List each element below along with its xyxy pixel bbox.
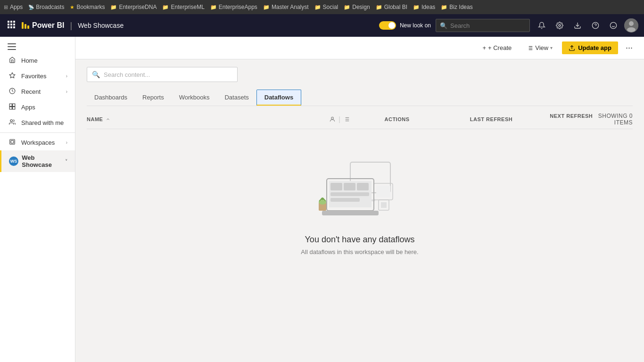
create-icon: + <box>482 44 486 51</box>
content-tabs: Dashboards Reports Workbooks Datasets Da… <box>87 90 633 106</box>
create-label: + Create <box>488 44 512 51</box>
table-header-row: NAME | <box>87 108 633 129</box>
sort-icon <box>106 117 110 122</box>
sidebar-favorites-label: Favorites <box>21 73 46 80</box>
emoji-icon[interactable] <box>606 18 620 33</box>
web-showcase-chevron: ˅ <box>65 159 67 164</box>
empty-subtitle: All dataflows in this workspace will be … <box>301 248 418 255</box>
more-options-button[interactable]: ··· <box>622 41 636 55</box>
update-app-icon <box>569 45 575 51</box>
svg-marker-22 <box>9 73 15 78</box>
bookmark-enterprise-apps[interactable]: 📁 EnterpriseApps <box>210 4 257 10</box>
apps-icon: ⊞ <box>4 4 8 10</box>
svg-rect-25 <box>13 104 15 106</box>
svg-rect-2 <box>13 21 15 23</box>
bookmark-bookmarks[interactable]: ★ Bookmarks <box>70 4 105 10</box>
view-icon <box>527 45 533 51</box>
tab-reports-label: Reports <box>142 94 164 101</box>
app-name: Power BI <box>32 21 64 30</box>
notification-icon[interactable] <box>535 18 549 33</box>
col-next-refresh-label: NEXT REFRESH <box>550 113 593 119</box>
more-icon: ··· <box>626 43 633 52</box>
folder-icon-2: 📁 <box>162 4 169 10</box>
bookmark-enterprise-dna-label: EnterpriseDNA <box>119 4 157 10</box>
settings-icon[interactable] <box>553 18 567 33</box>
content-search-bar[interactable]: 🔍 <box>87 67 238 82</box>
tab-dataflows[interactable]: Dataflows <box>256 90 301 106</box>
tab-workbooks[interactable]: Workbooks <box>172 90 217 106</box>
search-box[interactable]: 🔍 <box>436 19 530 32</box>
bookmark-social-label: Social <box>323 4 339 10</box>
sidebar-shared-label: Shared with me <box>21 119 64 126</box>
recent-icon <box>9 88 17 96</box>
folder-icon-7: 📁 <box>376 4 382 10</box>
col-actions-header: ACTIONS <box>350 116 444 122</box>
bookmark-biz-ideas-label: Biz Ideas <box>449 4 472 10</box>
sidebar-item-home[interactable]: Home <box>0 53 75 68</box>
bookmark-global-bi[interactable]: 📁 Global BI <box>376 4 407 10</box>
bookmark-ideas-label: Ideas <box>421 4 435 10</box>
create-button[interactable]: + + Create <box>477 41 517 54</box>
layout: Home Favorites › Recent › <box>0 37 644 362</box>
bookmark-broadcasts[interactable]: 📡 Broadcasts <box>28 4 64 10</box>
empty-title: You don't have any dataflows <box>305 235 415 245</box>
bookmark-enterprise-dna[interactable]: 📁 EnterpriseDNA <box>110 4 157 10</box>
sidebar-item-apps[interactable]: Apps <box>0 99 75 115</box>
sidebar-workspaces-label: Workspaces <box>21 139 55 146</box>
avatar[interactable] <box>624 18 638 33</box>
showing-count: Showing 0 items <box>598 113 633 126</box>
bookmark-enterprise-apps-label: EnterpriseApps <box>219 4 257 10</box>
main-content: + + Create View ▾ Update app ··· <box>75 37 644 362</box>
grid-menu-icon[interactable] <box>6 19 17 32</box>
bookmark-bar: ⊞ Apps 📡 Broadcasts ★ Bookmarks 📁 Enterp… <box>0 0 644 14</box>
bookmark-design-label: Design <box>352 4 370 10</box>
star-icon: ★ <box>70 4 74 10</box>
bookmark-apps[interactable]: ⊞ Apps <box>4 4 23 10</box>
content-search-input[interactable] <box>104 71 232 78</box>
tab-datasets[interactable]: Datasets <box>217 90 256 106</box>
svg-rect-29 <box>10 140 15 145</box>
svg-rect-20 <box>8 46 16 47</box>
svg-rect-7 <box>10 26 12 28</box>
toggle-switch[interactable] <box>379 21 396 30</box>
new-look-toggle[interactable]: New look on <box>379 21 431 30</box>
sidebar-recent-label: Recent <box>21 88 41 95</box>
tab-reports[interactable]: Reports <box>135 90 172 106</box>
bookmark-ideas[interactable]: 📁 Ideas <box>413 4 435 10</box>
svg-rect-56 <box>357 183 369 190</box>
help-icon[interactable] <box>588 18 603 33</box>
sidebar-item-shared[interactable]: Shared with me <box>0 115 75 131</box>
favorites-icon <box>9 72 17 80</box>
sidebar-item-web-showcase[interactable]: WS Web Showcase ˅ <box>0 150 75 172</box>
search-input[interactable] <box>450 22 526 29</box>
view-button[interactable]: View ▾ <box>521 41 558 54</box>
download-icon[interactable] <box>570 18 585 33</box>
bookmark-master-analyst[interactable]: 📁 Master Analyst <box>263 4 309 10</box>
bookmark-design[interactable]: 📁 Design <box>344 4 370 10</box>
collapse-sidebar-btn[interactable] <box>0 41 75 53</box>
bookmark-social[interactable]: 📁 Social <box>314 4 339 10</box>
sidebar-item-recent[interactable]: Recent › <box>0 84 75 99</box>
home-icon <box>9 57 17 65</box>
toggle-label: New look on <box>400 22 431 29</box>
shared-icon <box>9 119 17 127</box>
svg-rect-19 <box>8 43 16 44</box>
sidebar-item-workspaces[interactable]: Workspaces › <box>0 135 75 150</box>
powerbi-logo: Power BI <box>22 21 64 30</box>
col-actions-label: ACTIONS <box>385 116 410 122</box>
workspaces-chevron: › <box>66 140 67 145</box>
header: Power BI | Web Showcase New look on 🔍 <box>0 14 644 37</box>
update-app-button[interactable]: Update app <box>562 41 618 54</box>
recent-chevron: › <box>66 89 67 94</box>
svg-rect-1 <box>10 21 12 23</box>
folder-icon-8: 📁 <box>413 4 420 10</box>
svg-point-28 <box>10 120 13 122</box>
svg-rect-21 <box>8 49 16 50</box>
bookmark-biz-ideas[interactable]: 📁 Biz Ideas <box>441 4 472 10</box>
svg-rect-54 <box>330 183 342 190</box>
favorites-chevron: › <box>66 74 67 79</box>
sidebar-item-favorites[interactable]: Favorites › <box>0 68 75 84</box>
web-showcase-icon: WS <box>9 156 17 166</box>
tab-dashboards[interactable]: Dashboards <box>87 90 135 106</box>
bookmark-enterprise-ml[interactable]: 📁 EnterpriseML <box>162 4 204 10</box>
